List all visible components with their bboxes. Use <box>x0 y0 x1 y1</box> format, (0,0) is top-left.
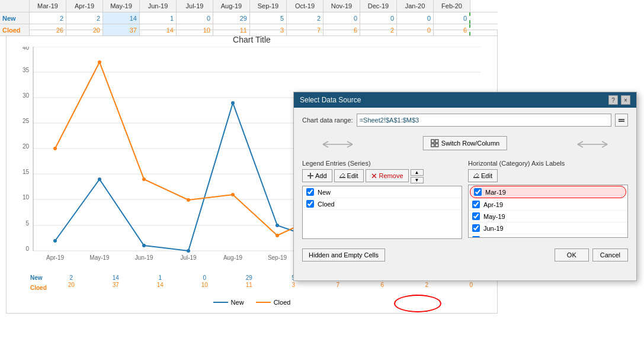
series-up-down: ▲ ▼ <box>411 169 424 183</box>
legend-item-new[interactable]: New <box>303 186 462 198</box>
chart-range-collapse-btn[interactable] <box>615 114 628 127</box>
svg-text:15: 15 <box>23 169 30 175</box>
switch-row-column-button[interactable]: Switch Row/Column <box>423 136 507 150</box>
svg-point-34 <box>275 224 279 227</box>
svg-rect-50 <box>619 121 624 122</box>
axis-item-mar19[interactable]: Mar-19 <box>470 186 626 198</box>
new-cell-4[interactable]: 0 <box>177 12 213 24</box>
cloed-cell-4[interactable]: 10 <box>177 24 213 35</box>
hidden-empty-cells-button[interactable]: Hidden and Empty Cells <box>302 248 385 261</box>
legend-new: New <box>213 299 244 306</box>
axis-panel-toolbar: Edit <box>468 169 628 182</box>
cloed-cell-7[interactable]: 7 <box>287 24 323 35</box>
cloed-cell-8[interactable]: 6 <box>323 24 360 35</box>
axis-apr19-label: Apr-19 <box>483 201 503 208</box>
legend-cloed-line <box>256 302 271 303</box>
cloed-cell-9[interactable]: 2 <box>360 24 397 35</box>
svg-text:Sep-19: Sep-19 <box>268 254 287 261</box>
legend-new-text: New <box>318 189 331 196</box>
dialog-titlebar-buttons: ? × <box>608 95 630 105</box>
cloed-row-label: Cloed <box>0 24 30 35</box>
dialog-title: Select Data Source <box>300 96 361 104</box>
new-cell-5[interactable]: 29 <box>213 12 250 24</box>
cloed-data-row: Cloed 26 20 37 14 10 11 3 7 6 2 0 6 <box>0 24 498 36</box>
axis-list: Mar-19 Apr-19 May-19 Jun-19 <box>468 185 628 238</box>
axis-jul19-checkbox[interactable] <box>472 236 480 238</box>
cloed-cell-5[interactable]: 11 <box>213 24 250 35</box>
dialog-body: Chart data range: <box>294 108 636 267</box>
axis-apr19-checkbox[interactable] <box>472 201 480 208</box>
axis-labels-panel: Horizontal (Category) Axis Labels Edit M… <box>468 160 628 239</box>
svg-text:May-19: May-19 <box>89 254 110 261</box>
cloed-cell-0[interactable]: 26 <box>30 24 66 35</box>
cancel-button[interactable]: Cancel <box>592 248 628 261</box>
chart-range-row: Chart data range: <box>302 114 628 127</box>
col-feb20: Feb-20 <box>434 0 470 12</box>
axis-may19-label: May-19 <box>483 213 505 220</box>
axis-item-may19[interactable]: May-19 <box>469 211 627 222</box>
spreadsheet-area: Mar-19 Apr-19 May-19 Jun-19 Jul-19 Aug-1… <box>0 0 498 36</box>
legend-panel-toolbar: Add Edit ✕ Remove ▲ ▼ <box>302 169 462 183</box>
help-button[interactable]: ? <box>608 95 618 105</box>
col-dec19: Dec-19 <box>360 0 397 12</box>
axis-item-apr19[interactable]: Apr-19 <box>469 199 627 211</box>
svg-text:0: 0 <box>25 246 29 252</box>
new-cell-0[interactable]: 2 <box>30 12 66 24</box>
svg-point-32 <box>187 249 190 253</box>
close-button[interactable]: × <box>621 95 630 105</box>
svg-text:20: 20 <box>23 143 30 150</box>
svg-point-43 <box>231 193 235 196</box>
axis-item-jun19[interactable]: Jun-19 <box>469 222 627 234</box>
new-cell-8[interactable]: 0 <box>323 12 360 24</box>
series-down-button[interactable]: ▼ <box>411 177 424 183</box>
new-cell-2[interactable]: 14 <box>103 12 140 24</box>
new-cell-3[interactable]: 1 <box>140 12 177 24</box>
new-cell-11[interactable]: 0 <box>434 12 470 24</box>
legend-cloed-checkbox[interactable] <box>306 200 314 208</box>
edit-axis-button[interactable]: Edit <box>468 169 498 182</box>
ok-button[interactable]: OK <box>555 248 589 261</box>
col-jun19: Jun-19 <box>140 0 177 12</box>
svg-rect-54 <box>435 144 438 147</box>
cloed-cell-2[interactable]: 37 <box>103 24 140 35</box>
dialog-footer: Hidden and Empty Cells OK Cancel <box>302 245 628 261</box>
svg-text:40: 40 <box>23 47 30 51</box>
axis-jul19-label: Jul-19 <box>483 237 501 238</box>
chart-range-label: Chart data range: <box>302 117 353 124</box>
svg-text:Jun-19: Jun-19 <box>135 254 153 261</box>
svg-rect-49 <box>619 119 624 120</box>
series-up-button[interactable]: ▲ <box>411 169 424 176</box>
new-cell-10[interactable]: 0 <box>397 12 434 24</box>
svg-rect-56 <box>310 173 311 179</box>
ok-cancel-buttons: OK Cancel <box>555 248 628 261</box>
chart-range-input[interactable] <box>357 114 611 127</box>
new-cell-1[interactable]: 2 <box>66 12 103 24</box>
cloed-cell-3[interactable]: 14 <box>140 24 177 35</box>
new-cell-7[interactable]: 2 <box>287 12 323 24</box>
col-jul19: Jul-19 <box>177 0 213 12</box>
legend-entries-panel: Legend Entries (Series) Add Edit ✕ Remov… <box>302 160 462 239</box>
new-cell-6[interactable]: 5 <box>250 12 287 24</box>
svg-text:25: 25 <box>23 118 30 124</box>
remove-series-button[interactable]: ✕ Remove <box>366 169 409 182</box>
svg-text:10: 10 <box>23 194 30 201</box>
switch-btn-label: Switch Row/Column <box>441 140 499 147</box>
new-cell-9[interactable]: 0 <box>360 12 397 24</box>
svg-point-42 <box>187 198 190 202</box>
axis-mar19-checkbox[interactable] <box>474 188 482 196</box>
add-series-button[interactable]: Add <box>302 169 332 182</box>
svg-point-29 <box>53 239 57 243</box>
cloed-cell-11[interactable]: 6 <box>434 24 470 35</box>
svg-point-41 <box>142 177 146 181</box>
cloed-cell-6[interactable]: 3 <box>250 24 287 35</box>
axis-jun19-checkbox[interactable] <box>472 224 480 232</box>
axis-may19-checkbox[interactable] <box>472 212 480 220</box>
cloed-cell-10[interactable]: 0 <box>397 24 434 35</box>
cloed-cell-1[interactable]: 20 <box>66 24 103 35</box>
svg-point-33 <box>231 101 235 105</box>
legend-new-checkbox[interactable] <box>306 188 314 196</box>
edit-series-button[interactable]: Edit <box>334 169 364 182</box>
legend-new-label: New <box>231 299 244 306</box>
legend-item-cloed[interactable]: Cloed <box>303 198 462 210</box>
axis-item-jul19[interactable]: Jul-19 <box>469 234 627 238</box>
